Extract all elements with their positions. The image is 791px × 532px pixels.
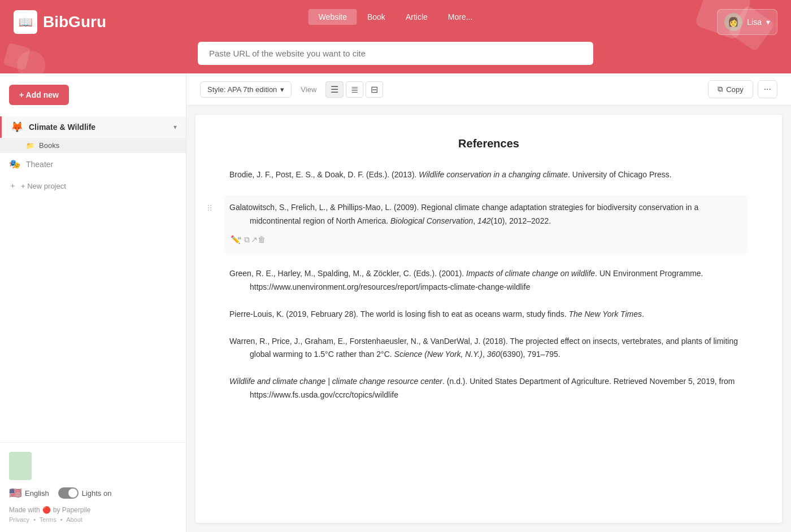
chevron-down-icon: ▾ (280, 85, 284, 94)
table-row: Wildlife and climate change | climate ch… (229, 375, 748, 402)
project-emoji-fox: 🦊 (11, 121, 23, 133)
header: 📖 BibGuru Website Book Article More... 👩… (0, 0, 791, 73)
search-bar (198, 42, 593, 65)
paperpile-logo: 🔴 (42, 506, 51, 514)
sidebar: + Add new 🦊 Climate & Wildlife ▾ 📁 Books… (0, 73, 186, 532)
logo: 📖 BibGuru (14, 10, 106, 34)
ref-actions: ✏️ ❝ ⧉ ↗ 🗑 (250, 232, 742, 248)
lights-toggle[interactable]: Lights on (58, 487, 112, 499)
footer-controls: 🇺🇸 English Lights on (9, 487, 177, 499)
new-project-label: + New project (21, 182, 66, 190)
toggle-switch-control[interactable] (58, 487, 79, 499)
table-row: ⠿ Galatowitsch, S., Frelich, L., & Phill… (224, 195, 748, 254)
chevron-down-icon: ▾ (766, 18, 770, 27)
lights-on-label: Lights on (82, 489, 112, 498)
view-buttons: ☰ ≣ ⊟ (325, 81, 383, 98)
logo-text: BibGuru (43, 13, 106, 31)
table-row: Green, R. E., Harley, M., Spalding, M., … (229, 267, 748, 294)
project-name-theater: Theater (26, 160, 53, 169)
sidebar-item-theater[interactable]: 🎭 Theater (0, 153, 186, 175)
logo-icon: 📖 (14, 10, 37, 34)
view-list-button[interactable]: ☰ (325, 81, 344, 98)
style-selector[interactable]: Style: APA 7th edition ▾ (200, 81, 292, 98)
footer-links: Privacy • Terms • About (9, 516, 177, 523)
tab-book[interactable]: Book (357, 9, 395, 25)
made-with: Made with 🔴 by Paperpile (9, 506, 177, 514)
copy-button[interactable]: ⧉ Copy (708, 80, 753, 98)
copy-label: Copy (726, 85, 743, 94)
delete-icon[interactable]: 🗑 (277, 232, 279, 248)
tab-more[interactable]: More... (438, 9, 483, 25)
project-name-climate: Climate & Wildlife (29, 123, 168, 132)
view-compact-button[interactable]: ⊟ (366, 81, 383, 98)
add-new-button[interactable]: + Add new (9, 85, 69, 105)
sub-label-books: Books (39, 141, 59, 150)
references-title: References (229, 137, 748, 150)
tab-website[interactable]: Website (308, 9, 357, 25)
toolbar: Style: APA 7th edition ▾ View ☰ ≣ ⊟ ⧉ Co… (186, 73, 791, 106)
language-selector[interactable]: 🇺🇸 English (9, 487, 49, 499)
avatar: 👩 (724, 13, 742, 31)
view-label: View (301, 85, 316, 94)
style-label: Style: APA 7th edition (207, 85, 277, 94)
about-link[interactable]: About (66, 516, 82, 523)
open-icon[interactable]: ↗ (270, 232, 272, 248)
by-paperpile-label: by Paperpile (53, 506, 91, 514)
plus-icon: ＋ (9, 181, 16, 191)
chevron-down-icon: ▾ (173, 123, 177, 131)
table-row: Pierre-Louis, K. (2019, February 28). Th… (229, 308, 748, 321)
flag-icon: 🇺🇸 (9, 487, 21, 499)
table-row: Warren, R., Price, J., Graham, E., Forst… (229, 335, 748, 362)
sidebar-footer: 🇺🇸 English Lights on Made with 🔴 by Pape… (0, 442, 186, 532)
references-panel: References Brodie, J. F., Post, E. S., &… (195, 115, 782, 523)
toolbar-right: ⧉ Copy ··· (708, 80, 777, 98)
language-label: English (25, 489, 49, 498)
more-options-button[interactable]: ··· (758, 80, 777, 98)
copy-icon: ⧉ (718, 85, 723, 94)
main-layout: + Add new 🦊 Climate & Wildlife ▾ 📁 Books… (0, 73, 791, 532)
sidebar-top: + Add new (0, 73, 186, 116)
search-input[interactable] (198, 42, 593, 65)
folder-icon: 📁 (26, 142, 34, 150)
content-area: Style: APA 7th edition ▾ View ☰ ≣ ⊟ ⧉ Co… (186, 73, 791, 532)
sidebar-item-climate-wildlife[interactable]: 🦊 Climate & Wildlife ▾ (0, 116, 186, 138)
nav-tabs: Website Book Article More... (308, 9, 483, 25)
tab-article[interactable]: Article (395, 9, 438, 25)
view-indent-button[interactable]: ≣ (346, 81, 363, 98)
project-emoji-theater: 🎭 (9, 159, 20, 169)
user-menu[interactable]: 👩 Lisa ▾ (717, 9, 777, 35)
made-with-label: Made with (9, 506, 40, 514)
privacy-link[interactable]: Privacy (9, 516, 29, 523)
sidebar-subitem-books[interactable]: 📁 Books (0, 138, 186, 153)
new-project-button[interactable]: ＋ + New project (0, 175, 186, 197)
terms-link[interactable]: Terms (40, 516, 56, 523)
table-row: Brodie, J. F., Post, E. S., & Doak, D. F… (229, 168, 748, 182)
user-name: Lisa (747, 18, 762, 27)
